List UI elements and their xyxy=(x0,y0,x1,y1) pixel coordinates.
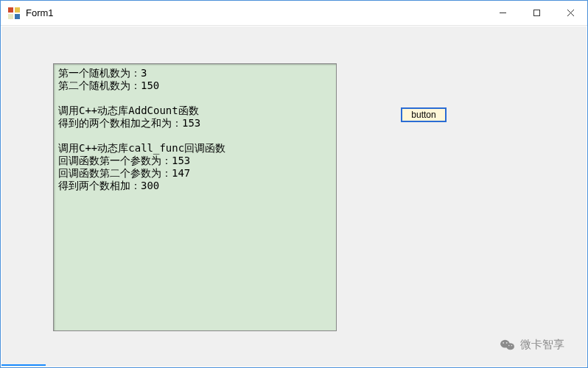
run-button[interactable]: button xyxy=(401,107,447,122)
close-button[interactable] xyxy=(553,1,587,25)
minimize-button[interactable] xyxy=(486,1,519,25)
run-button-label: button xyxy=(411,110,435,120)
window-frame: Form1 第一个随机数为：3 第二个随机数为：150 调用C++动态库AddC… xyxy=(0,0,588,368)
watermark: 微卡智享 xyxy=(500,338,564,352)
wechat-icon xyxy=(500,339,516,352)
client-area: 第一个随机数为：3 第二个随机数为：150 调用C++动态库AddCount函数… xyxy=(1,26,587,367)
svg-point-8 xyxy=(508,344,509,345)
watermark-text: 微卡智享 xyxy=(520,338,564,352)
svg-rect-1 xyxy=(533,10,539,16)
svg-point-5 xyxy=(506,343,514,350)
maximize-button[interactable] xyxy=(519,1,553,25)
titlebar[interactable]: Form1 xyxy=(1,1,587,26)
window-title: Form1 xyxy=(26,7,54,18)
svg-point-7 xyxy=(506,342,508,343)
svg-point-9 xyxy=(511,344,512,345)
svg-point-6 xyxy=(503,342,504,343)
output-textbox[interactable]: 第一个随机数为：3 第二个随机数为：150 调用C++动态库AddCount函数… xyxy=(53,63,337,331)
taskbar-hint xyxy=(1,364,587,366)
app-icon xyxy=(8,7,20,19)
